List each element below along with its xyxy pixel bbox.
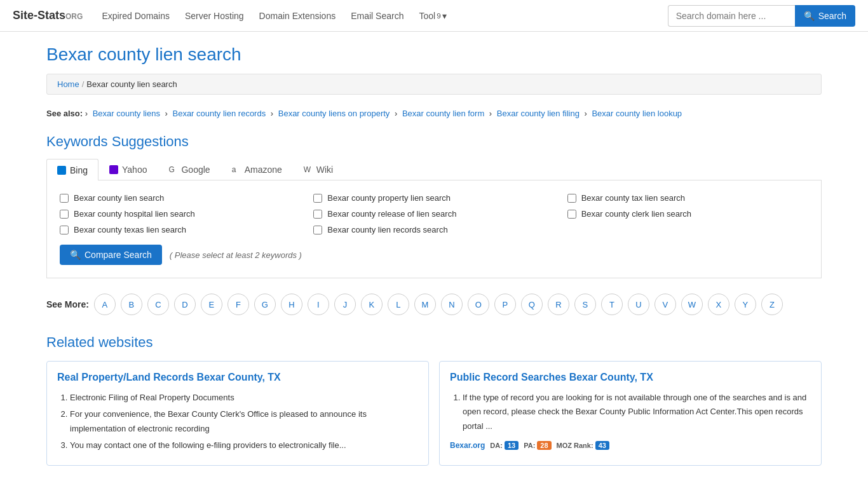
domain-link[interactable]: Bexar.org	[450, 441, 485, 450]
letter-A[interactable]: A	[94, 294, 116, 315]
breadcrumb-separator: /	[82, 79, 85, 89]
letter-S[interactable]: S	[574, 294, 596, 315]
letter-D[interactable]: D	[174, 294, 196, 315]
page-title: Bexar county lien search	[46, 44, 822, 65]
letter-O[interactable]: O	[468, 294, 489, 315]
tab-google[interactable]: G Google	[158, 159, 220, 180]
moz-badge: MOZ Rank: 43	[557, 441, 609, 450]
see-also-link-4[interactable]: Bexar county lien filing	[497, 109, 580, 118]
yahoo-icon	[109, 165, 118, 174]
related-title: Related websites	[46, 334, 822, 351]
keyword-checkbox-0[interactable]	[60, 194, 69, 203]
keyword-checkbox-6[interactable]	[60, 226, 69, 234]
keyword-tabs: Bing Yahoo G Google a Amazone W Wiki	[46, 159, 822, 180]
see-also-link-1[interactable]: Bexar county lien records	[172, 109, 266, 118]
amazon-icon: a	[232, 165, 241, 174]
keywords-title: Keywords Suggestions	[46, 133, 822, 150]
keyword-item-1[interactable]: Bexar county property lien search	[313, 193, 554, 203]
keyword-checkbox-5[interactable]	[567, 210, 576, 219]
bing-icon	[57, 166, 66, 175]
see-also-section: See also: › Bexar county liens › Bexar c…	[46, 106, 822, 121]
compare-search-button[interactable]: 🔍 Compare Search	[60, 245, 162, 265]
letter-Z[interactable]: Z	[761, 294, 783, 315]
letter-R[interactable]: R	[548, 294, 569, 315]
letter-E[interactable]: E	[201, 294, 222, 315]
letter-N[interactable]: N	[441, 294, 463, 315]
nav-expired-domains[interactable]: Expired Domains	[95, 7, 176, 25]
related-card-1: Public Record Searches Bexar County, TX …	[439, 361, 822, 465]
keywords-box: Bexar county lien search Bexar county pr…	[46, 180, 822, 278]
letter-B[interactable]: B	[121, 294, 142, 315]
see-also-link-2[interactable]: Bexar county liens on property	[278, 109, 390, 118]
keyword-item-2[interactable]: Bexar county tax lien search	[567, 193, 808, 203]
tab-wiki[interactable]: W Wiki	[293, 159, 344, 180]
keyword-checkbox-1[interactable]	[313, 194, 322, 203]
wiki-icon: W	[304, 165, 313, 174]
keyword-item-7[interactable]: Bexar county lien records search	[313, 225, 554, 234]
letter-Q[interactable]: Q	[521, 294, 543, 315]
tab-amazon[interactable]: a Amazone	[221, 159, 293, 180]
related-card-0-title[interactable]: Real Property/Land Records Bexar County,…	[57, 372, 418, 383]
da-badge: DA: 13	[490, 441, 519, 450]
letter-T[interactable]: T	[601, 294, 623, 315]
letter-P[interactable]: P	[494, 294, 516, 315]
letter-U[interactable]: U	[628, 294, 649, 315]
related-card-0-list: Electronic Filing of Real Property Docum…	[57, 391, 418, 452]
tab-yahoo[interactable]: Yahoo	[98, 159, 158, 180]
search-icon: 🔍	[70, 250, 81, 260]
letter-I[interactable]: I	[308, 294, 329, 315]
letter-M[interactable]: M	[414, 294, 436, 315]
keyword-checkbox-2[interactable]	[567, 194, 576, 203]
keyword-item-5[interactable]: Bexar county clerk lien search	[567, 209, 808, 219]
letter-H[interactable]: H	[281, 294, 302, 315]
breadcrumb-current: Bexar county lien search	[86, 79, 177, 89]
letter-L[interactable]: L	[388, 294, 409, 315]
letter-Y[interactable]: Y	[735, 294, 756, 315]
letter-J[interactable]: J	[334, 294, 356, 315]
breadcrumb-home[interactable]: Home	[57, 79, 79, 89]
letter-W[interactable]: W	[681, 294, 703, 315]
see-also-link-5[interactable]: Bexar county lien lookup	[592, 109, 682, 118]
keyword-item-0[interactable]: Bexar county lien search	[60, 193, 301, 203]
keyword-item-4[interactable]: Bexar county release of lien search	[313, 209, 554, 219]
tab-bing[interactable]: Bing	[46, 159, 98, 180]
related-card-1-title[interactable]: Public Record Searches Bexar County, TX	[450, 372, 811, 383]
list-item: You may contact one of the following e-f…	[70, 438, 418, 452]
keyword-item-3[interactable]: Bexar county hospital lien search	[60, 209, 301, 219]
list-item: If the type of record you are looking fo…	[463, 391, 811, 433]
search-form: 🔍 Search	[668, 5, 855, 27]
google-icon: G	[168, 165, 177, 174]
navbar: Site-StatsORG Expired Domains Server Hos…	[0, 0, 868, 32]
related-card-0: Real Property/Land Records Bexar County,…	[46, 361, 429, 465]
breadcrumb: Home / Bexar county lien search	[46, 74, 822, 95]
letter-K[interactable]: K	[361, 294, 383, 315]
list-item: For your convenience, the Bexar County C…	[70, 407, 418, 435]
compare-hint: ( Please select at least 2 keywords )	[170, 250, 302, 260]
see-also-link-3[interactable]: Bexar county lien form	[402, 109, 484, 118]
main-content: Bexar county lien search Home / Bexar co…	[34, 32, 834, 478]
see-more-section: See More: A B C D E F G H I J K L M N O …	[46, 294, 822, 315]
card-footer: Bexar.org DA: 13 PA: 28 MOZ Rank: 43	[450, 441, 811, 450]
search-input[interactable]	[668, 5, 795, 27]
keyword-checkbox-7[interactable]	[313, 226, 322, 234]
see-also-link-0[interactable]: Bexar county liens	[93, 109, 160, 118]
related-card-1-list: If the type of record you are looking fo…	[450, 391, 811, 433]
keyword-item-6[interactable]: Bexar county texas lien search	[60, 225, 301, 234]
nav-tool[interactable]: Tool 9 ▾	[412, 7, 452, 25]
letter-F[interactable]: F	[227, 294, 249, 315]
keyword-checkbox-3[interactable]	[60, 210, 69, 219]
keyword-checkbox-4[interactable]	[313, 210, 322, 219]
chevron-down-icon: ▾	[442, 11, 447, 21]
letter-C[interactable]: C	[147, 294, 169, 315]
nav-email-search[interactable]: Email Search	[344, 7, 410, 25]
letter-V[interactable]: V	[654, 294, 676, 315]
nav-domain-extensions[interactable]: Domain Extensions	[253, 7, 342, 25]
see-more-label: See More:	[46, 299, 89, 309]
search-button[interactable]: 🔍 Search	[795, 5, 855, 27]
nav-links: Expired Domains Server Hosting Domain Ex…	[95, 7, 654, 25]
letter-G[interactable]: G	[254, 294, 276, 315]
brand-logo[interactable]: Site-StatsORG	[13, 9, 83, 22]
pa-badge: PA: 28	[524, 441, 551, 450]
nav-server-hosting[interactable]: Server Hosting	[179, 7, 250, 25]
letter-X[interactable]: X	[708, 294, 729, 315]
